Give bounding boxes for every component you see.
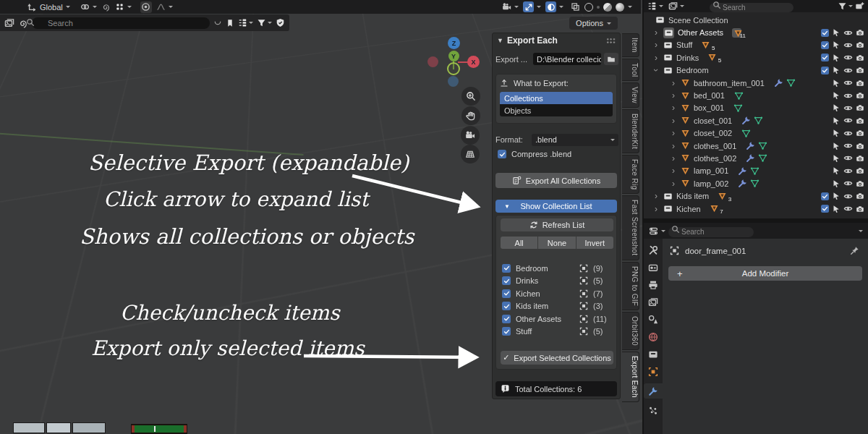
- properties-search-input[interactable]: [668, 227, 754, 237]
- tab-collection-icon[interactable]: [644, 349, 663, 359]
- shield-icon[interactable]: [276, 18, 285, 27]
- tab-fast-screenshot[interactable]: Fast Screenshot: [622, 195, 639, 260]
- gizmo-z-ball[interactable]: Z: [448, 37, 460, 49]
- tab-world-icon[interactable]: [644, 331, 663, 342]
- eye-icon[interactable]: [843, 53, 853, 62]
- export-checkbox[interactable]: [821, 41, 829, 49]
- render-camera-icon[interactable]: [856, 192, 864, 200]
- tab-view-layer-icon[interactable]: [644, 297, 663, 307]
- panel-header[interactable]: ▼ Export Each: [497, 35, 616, 46]
- tab-object-icon[interactable]: [644, 366, 663, 377]
- expand-icon[interactable]: ›: [652, 41, 660, 48]
- options-button[interactable]: Options: [569, 17, 618, 30]
- eye-icon[interactable]: [843, 141, 853, 150]
- selectable-cursor-icon[interactable]: [832, 91, 841, 100]
- expand-icon[interactable]: ›: [670, 129, 677, 137]
- outliner-row-object[interactable]: › bed_001: [644, 89, 868, 101]
- outliner-row-other-assets[interactable]: › Other Assets 11: [644, 26, 868, 38]
- tab-png-to-gif[interactable]: PNG to GIF: [622, 262, 639, 310]
- tab-orbit360[interactable]: Orbit360: [622, 312, 639, 350]
- render-camera-icon[interactable]: [856, 129, 864, 137]
- overlays-toggle[interactable]: [523, 1, 541, 12]
- tab-output-icon[interactable]: [644, 279, 663, 290]
- outliner-row-object[interactable]: › bathroom_item_001: [644, 77, 868, 89]
- show-gizmo-dropdown[interactable]: [502, 2, 519, 12]
- outliner-row-kichen[interactable]: › Kichen 7: [644, 203, 868, 215]
- eye-icon[interactable]: [843, 91, 853, 101]
- eye-icon[interactable]: [843, 179, 853, 188]
- check-row-bedroom[interactable]: Bedroom (9): [499, 262, 615, 275]
- check-row-kids-item[interactable]: Kids item (3): [499, 300, 615, 313]
- format-dropdown[interactable]: .blend: [532, 134, 618, 146]
- proportional-edit-toggle[interactable]: [140, 1, 152, 13]
- expand-icon[interactable]: ›: [652, 205, 660, 213]
- display-mode-icon[interactable]: [668, 1, 678, 11]
- selectable-cursor-icon[interactable]: [832, 116, 841, 125]
- selectable-cursor-icon[interactable]: [832, 154, 841, 163]
- eye-icon[interactable]: [843, 129, 853, 138]
- chevron-down-icon[interactable]: [859, 230, 863, 232]
- zoom-button[interactable]: [461, 87, 480, 106]
- expand-icon[interactable]: ›: [670, 142, 677, 150]
- gizmo-x-ball[interactable]: X: [467, 56, 480, 68]
- tab-scene-icon[interactable]: [644, 314, 663, 325]
- render-camera-icon[interactable]: [856, 154, 864, 163]
- selectable-cursor-icon[interactable]: [832, 66, 841, 75]
- snapping-control[interactable]: [80, 2, 97, 12]
- tab-tool[interactable]: Tool: [622, 59, 639, 82]
- render-camera-icon[interactable]: [856, 79, 864, 88]
- outliner-row-kids-item[interactable]: › Kids item 3: [644, 190, 868, 202]
- selectable-cursor-icon[interactable]: [832, 28, 841, 37]
- outliner-row-object[interactable]: › lamp_002: [644, 177, 868, 190]
- add-modifier-button[interactable]: + Add Modifier: [668, 266, 862, 281]
- rendered-shading-icon[interactable]: [616, 3, 624, 12]
- checkbox-checked[interactable]: [502, 327, 511, 336]
- outliner-row-object[interactable]: › clothes_002: [644, 152, 868, 164]
- selectable-cursor-icon[interactable]: [832, 41, 841, 49]
- tab-face-rig[interactable]: Face Rig: [622, 155, 639, 194]
- select-invert-button[interactable]: Invert: [576, 237, 613, 249]
- render-camera-icon[interactable]: [856, 28, 864, 37]
- checkbox-checked[interactable]: [502, 315, 511, 323]
- select-none-button[interactable]: None: [538, 237, 575, 249]
- asset-cards-icon[interactable]: [4, 18, 14, 28]
- selectable-cursor-icon[interactable]: [832, 54, 841, 62]
- render-camera-icon[interactable]: [856, 54, 864, 62]
- spiral-tool[interactable]: [101, 2, 111, 12]
- category-dropdown[interactable]: [238, 18, 253, 27]
- export-checkbox[interactable]: [821, 67, 829, 75]
- checkbox-checked[interactable]: [502, 302, 511, 310]
- path-field[interactable]: D:\Blender collecio...: [533, 53, 601, 65]
- filter-dropdown[interactable]: [257, 18, 272, 27]
- tab-render-icon[interactable]: [644, 262, 663, 273]
- outliner-filter-dropdown[interactable]: [838, 1, 853, 11]
- expand-icon[interactable]: ›: [670, 80, 677, 87]
- render-camera-icon[interactable]: [856, 66, 864, 75]
- rating-hook-icon[interactable]: [213, 19, 222, 27]
- outliner-search-input[interactable]: [710, 3, 793, 12]
- pin-icon[interactable]: [850, 246, 859, 255]
- selectable-cursor-icon[interactable]: [832, 166, 841, 175]
- tab-particles-icon[interactable]: [644, 405, 663, 416]
- export-checkbox[interactable]: [821, 192, 829, 200]
- show-collection-list-button[interactable]: ▼ Show Collection List: [495, 200, 617, 213]
- eye-icon[interactable]: [843, 41, 853, 50]
- selectable-cursor-icon[interactable]: [832, 142, 841, 150]
- tab-view[interactable]: View: [622, 82, 639, 108]
- eye-icon[interactable]: [843, 166, 853, 176]
- properties-editor-icon[interactable]: [649, 226, 658, 236]
- tab-blenderkit[interactable]: BlenderKit: [622, 109, 639, 153]
- outliner-editor-icon[interactable]: [647, 1, 657, 11]
- xray-toggle[interactable]: [545, 1, 563, 12]
- render-camera-icon[interactable]: [856, 91, 864, 100]
- render-camera-icon[interactable]: [856, 179, 864, 188]
- selectable-cursor-icon[interactable]: [832, 79, 841, 88]
- export-checkbox[interactable]: [821, 205, 829, 213]
- gizmo-minus-z-ball[interactable]: [448, 76, 459, 87]
- export-all-button[interactable]: Export All Collections: [495, 173, 617, 188]
- outliner-row-bedroom[interactable]: › Bedroom: [644, 64, 868, 77]
- refresh-list-button[interactable]: Refresh List: [501, 218, 613, 231]
- expand-icon[interactable]: ›: [670, 104, 677, 111]
- selectable-cursor-icon[interactable]: [832, 103, 841, 112]
- render-camera-icon[interactable]: [856, 205, 864, 213]
